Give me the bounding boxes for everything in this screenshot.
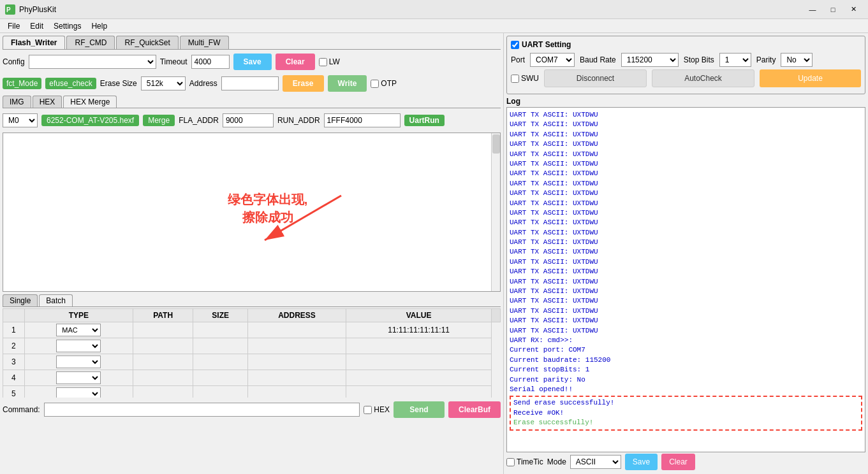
address-input[interactable] (221, 76, 279, 90)
row-type[interactable] (24, 354, 133, 370)
mode-select[interactable]: ASCII HEX (570, 455, 621, 469)
erasesize-select[interactable]: 512k (141, 76, 186, 90)
type-select-1[interactable]: MAC (56, 324, 101, 336)
log-success-box: Send erase successfully!Receive #OK!Eras… (510, 396, 862, 430)
log-line: UART TX ASCII: UXTDWU (510, 218, 862, 227)
baud-label: Baud Rate (580, 55, 616, 64)
type-select-2[interactable] (56, 340, 101, 352)
log-line: UART TX ASCII: UXTDWU (510, 208, 862, 218)
row-type[interactable] (24, 386, 133, 398)
hex-scrollbar-thumb[interactable] (492, 134, 500, 154)
main-tab-bar: Flash_Writer RF_CMD RF_QuickSet Multi_FW (3, 36, 501, 50)
erase-button[interactable]: Erase (283, 75, 324, 92)
m0-select[interactable]: M0 (3, 113, 38, 127)
menu-help[interactable]: Help (86, 20, 112, 32)
log-line: Current stopBits: 1 (510, 365, 862, 375)
batch-tab-batch[interactable]: Batch (39, 294, 73, 306)
baud-select[interactable]: 115200 (621, 53, 679, 67)
app-title: PhyPlusKit (19, 5, 803, 14)
row-address (247, 322, 346, 338)
col-path: PATH (133, 309, 193, 322)
log-line: UART TX ASCII: UXTDWU (510, 306, 862, 316)
row-type[interactable] (24, 338, 133, 354)
log-line: UART TX ASCII: UXTDWU (510, 150, 862, 159)
sub-tab-hex[interactable]: HEX (33, 96, 63, 108)
stopbits-select[interactable]: 1 (719, 53, 751, 67)
write-button[interactable]: Write (328, 75, 367, 92)
save-button[interactable]: Save (233, 54, 272, 70)
maximize-button[interactable]: □ (823, 3, 842, 16)
menu-edit[interactable]: Edit (25, 20, 48, 32)
row-type[interactable]: MAC (24, 322, 133, 338)
timetic-checkbox-label[interactable]: TimeTic (506, 457, 543, 466)
tab-multi-fw[interactable]: Multi_FW (180, 36, 229, 49)
tab-rf-cmd[interactable]: RF_CMD (66, 36, 115, 49)
log-line: UART TX ASCII: UXTDWU (510, 326, 862, 336)
hex-scrollbar[interactable] (491, 133, 500, 291)
title-bar: P PhyPlusKit — □ ✕ (0, 0, 868, 19)
log-area[interactable]: UART TX ASCII: UXTDWUUART TX ASCII: UXTD… (506, 107, 865, 452)
left-panel: Flash_Writer RF_CMD RF_QuickSet Multi_FW… (0, 33, 504, 474)
row-size (193, 338, 247, 354)
command-input[interactable] (44, 403, 360, 417)
row-type[interactable] (24, 370, 133, 386)
swu-checkbox[interactable] (511, 75, 519, 83)
merge-button[interactable]: Merge (143, 115, 175, 126)
clearbuf-button[interactable]: ClearBuf (448, 401, 501, 418)
menu-file[interactable]: File (3, 20, 25, 32)
type-select-4[interactable] (56, 371, 101, 384)
lw-checkbox-label[interactable]: LW (319, 57, 340, 66)
log-success-line: Send erase successfully! (513, 398, 858, 408)
clear-button-top[interactable]: Clear (276, 54, 315, 70)
fla-input[interactable] (223, 113, 274, 127)
sub-tab-img[interactable]: IMG (3, 96, 31, 108)
log-line: UART TX ASCII: UXTDWU (510, 110, 862, 120)
update-button[interactable]: Update (760, 69, 861, 87)
run-input[interactable] (324, 113, 401, 127)
hex-checkbox-label[interactable]: HEX (364, 405, 390, 414)
uartrun-button[interactable]: UartRun (404, 115, 445, 126)
col-address: ADDRESS (247, 309, 346, 322)
annotation-arrow (246, 189, 360, 253)
otp-checkbox[interactable] (371, 80, 379, 88)
tab-rf-quickset[interactable]: RF_QuickSet (116, 36, 178, 49)
disconnect-button[interactable]: Disconnect (544, 69, 647, 87)
minimize-button[interactable]: — (803, 3, 822, 16)
send-button[interactable]: Send (394, 401, 445, 418)
parity-select[interactable]: No (781, 53, 813, 67)
sub-tab-hex-merge[interactable]: HEX Merge (63, 96, 117, 108)
batch-tab-single[interactable]: Single (3, 294, 38, 306)
uart-btn-row: SWU Disconnect AutoCheck Update (511, 69, 861, 87)
row-num: 4 (3, 370, 25, 386)
config-select[interactable] (29, 55, 156, 69)
log-line: UART TX ASCII: UXTDWU (510, 120, 862, 129)
type-select-3[interactable] (56, 356, 101, 368)
log-line: UART TX ASCII: UXTDWU (510, 316, 862, 326)
batch-tab-bar: Single Batch (3, 294, 501, 307)
autocheck-button[interactable]: AutoCheck (652, 69, 754, 87)
menu-settings[interactable]: Settings (48, 20, 86, 32)
log-line: UART TX ASCII: UXTDWU (510, 247, 862, 257)
svg-line-3 (265, 196, 341, 240)
hex-checkbox[interactable] (364, 406, 372, 414)
app-icon: P (5, 4, 15, 15)
otp-checkbox-label[interactable]: OTP (371, 79, 397, 88)
log-line: Current baudrate: 115200 (510, 356, 862, 365)
run-label: RUN_ADDR (277, 116, 320, 125)
save-log-button[interactable]: Save (625, 454, 658, 470)
port-select[interactable]: COM7 (530, 53, 575, 67)
tab-flash-writer[interactable]: Flash_Writer (3, 36, 65, 49)
row-value (346, 338, 492, 354)
menu-bar: File Edit Settings Help (0, 19, 868, 33)
close-button[interactable]: ✕ (844, 3, 863, 16)
row-num: 2 (3, 338, 25, 354)
type-select-5[interactable] (56, 387, 101, 398)
lw-checkbox[interactable] (319, 58, 327, 66)
log-line: UART TX ASCII: UXTDWU (510, 296, 862, 306)
timeout-input[interactable]: 4000 (191, 55, 230, 69)
parity-label: Parity (756, 55, 776, 64)
swu-checkbox-label[interactable]: SWU (511, 74, 539, 83)
timetic-checkbox[interactable] (506, 458, 515, 466)
clear-log-button[interactable]: Clear (661, 454, 695, 470)
uart-enable-checkbox[interactable] (511, 41, 519, 49)
